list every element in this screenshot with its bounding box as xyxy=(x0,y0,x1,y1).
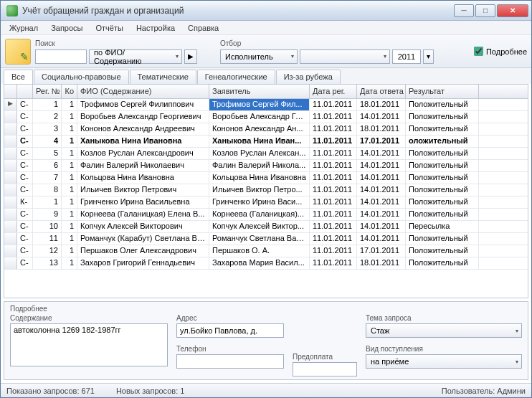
search-input[interactable] xyxy=(35,49,87,64)
filter-by-dropdown[interactable]: Исполнитель xyxy=(220,49,298,64)
table-row[interactable]: C-61Фалин Валерий НиколаевичФалин Валери… xyxy=(4,160,528,172)
search-by-dropdown[interactable]: по ФИО/Содержанию xyxy=(89,49,182,64)
statusbar: Показано запросов: 671 Новых запросов: 1… xyxy=(1,383,531,397)
details-title: Подробнее xyxy=(10,305,522,313)
table-row[interactable]: C-31Кононов Александр АндреевичКононов А… xyxy=(4,123,528,136)
search-go-button[interactable]: ▶ xyxy=(184,49,197,64)
table-row[interactable]: К-11Гринченко Ирина ВасильевнаГринченко … xyxy=(4,196,528,209)
filter-label: Отбор xyxy=(220,39,434,47)
grid-body[interactable]: ▶C-11Трофимов Сергей ФилипповичТрофимов … xyxy=(4,99,528,298)
status-user: Пользователь: Админи xyxy=(442,387,526,395)
table-row[interactable]: C-71Кольцова Нина ИвановнаКольцова Нина … xyxy=(4,172,528,184)
menu-Настройка[interactable]: Настройка xyxy=(130,22,181,34)
minimize-button[interactable]: ─ xyxy=(454,4,474,17)
tab-1[interactable]: Социально-правовые xyxy=(34,70,129,84)
year-input[interactable] xyxy=(392,49,421,64)
details-panel: Подробнее Содержание автоколонна 1269 18… xyxy=(4,301,528,380)
app-window: Учёт обращений граждан и организаций ─ □… xyxy=(0,0,532,398)
tab-4[interactable]: Из-за рубежа xyxy=(276,70,341,84)
titlebar[interactable]: Учёт обращений граждан и организаций ─ □… xyxy=(1,1,531,21)
toolbar: Поиск по ФИО/Содержанию ▶ Отбор Исполнит… xyxy=(1,35,531,68)
content-field[interactable]: автоколонна 1269 182-1987гг xyxy=(10,323,168,366)
status-shown: Показано запросов: 671 xyxy=(6,387,95,395)
table-row[interactable]: C-91Корнеева (Галаницкая) Елена В...Корн… xyxy=(4,209,528,221)
menu-Отчёты[interactable]: Отчёты xyxy=(90,22,129,34)
table-row[interactable]: ▶C-11Трофимов Сергей ФилипповичТрофимов … xyxy=(4,99,528,111)
maximize-button[interactable]: □ xyxy=(475,4,495,17)
year-step-button[interactable]: ▾ xyxy=(423,49,434,64)
table-row[interactable]: C-41Ханыкова Нина ИвановнаХаныкова Нина … xyxy=(4,136,528,148)
menubar: ЖурналЗапросыОтчётыНастройкаСправка xyxy=(1,21,531,35)
window-title: Учёт обращений граждан и организаций xyxy=(22,6,454,16)
table-row[interactable]: C-111Романчук (Карабут) Светлана Ва...Ро… xyxy=(4,233,528,245)
tab-3[interactable]: Генеалогические xyxy=(197,70,275,84)
new-record-icon[interactable] xyxy=(5,39,31,65)
menu-Справка[interactable]: Справка xyxy=(182,22,224,34)
prepay-field[interactable] xyxy=(293,362,357,376)
filter-value-dropdown[interactable] xyxy=(300,49,390,64)
address-field[interactable] xyxy=(176,323,284,338)
col-header[interactable]: Рег. № xyxy=(33,85,62,98)
source-label: Вид поступления xyxy=(366,345,522,353)
tab-0[interactable]: Все xyxy=(4,70,33,84)
tabbar: ВсеСоциально-правовыеТематическиеГенеало… xyxy=(1,68,531,84)
search-label: Поиск xyxy=(35,39,197,47)
table-row[interactable]: C-131Захаров Григорий ГеннадьевичЗахаров… xyxy=(4,257,528,270)
menu-Запросы[interactable]: Запросы xyxy=(45,22,88,34)
menu-Журнал[interactable]: Журнал xyxy=(4,22,44,34)
status-new: Новых запросов: 1 xyxy=(116,387,185,395)
tab-2[interactable]: Тематические xyxy=(130,70,196,84)
table-row[interactable]: C-21Воробьев Александр ГеоргиевичВоробье… xyxy=(4,111,528,123)
col-header[interactable] xyxy=(17,85,33,98)
topic-dropdown[interactable]: Стаж xyxy=(366,323,522,338)
col-header[interactable]: Результат xyxy=(406,85,479,98)
grid-header: Рег. №КоФИО (Содержание)ЗаявительДата ре… xyxy=(4,85,528,99)
col-header[interactable]: ФИО (Содержание) xyxy=(77,85,209,98)
phone-field[interactable] xyxy=(176,354,284,369)
details-checkbox[interactable] xyxy=(474,47,483,56)
col-header[interactable]: Дата рег. xyxy=(310,85,357,98)
content-label: Содержание xyxy=(10,314,168,322)
table-row[interactable]: C-81Ильичев Виктор ПетровичИльичев Викто… xyxy=(4,184,528,196)
details-toggle[interactable]: Подробнее xyxy=(474,47,527,56)
app-icon xyxy=(6,5,18,16)
col-header[interactable]: Ко xyxy=(62,85,77,98)
topic-label: Тема запроса xyxy=(366,314,522,322)
table-row[interactable]: C-121Першаков Олег АлександровичПершаков… xyxy=(4,245,528,257)
col-header[interactable]: Заявитель xyxy=(209,85,310,98)
col-header[interactable] xyxy=(4,85,17,98)
address-label: Адрес xyxy=(176,314,284,322)
table-row[interactable]: C-101Копчук Алексей ВикторовичКопчук Але… xyxy=(4,221,528,233)
phone-label: Телефон xyxy=(176,345,284,353)
col-header[interactable]: Дата ответа xyxy=(357,85,406,98)
table-row[interactable]: C-51Козлов Руслан АлександровичКозлов Ру… xyxy=(4,148,528,160)
close-button[interactable]: ✕ xyxy=(497,4,528,17)
source-dropdown[interactable]: на приёме xyxy=(366,354,522,369)
data-grid[interactable]: Рег. №КоФИО (Содержание)ЗаявительДата ре… xyxy=(4,84,528,298)
prepay-label: Предоплата xyxy=(293,353,357,361)
